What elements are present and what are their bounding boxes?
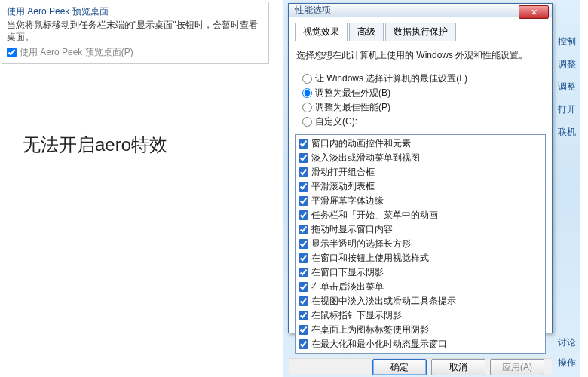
aero-peek-checkbox-row[interactable]: 使用 Aero Peek 预览桌面(P)	[7, 46, 264, 59]
option-label-6: 拖动时显示窗口内容	[311, 223, 393, 236]
radio-1[interactable]	[302, 88, 312, 98]
option-row-14[interactable]: 在最大化和最小化时动态显示窗口	[297, 337, 544, 351]
option-checkbox-8[interactable]	[299, 253, 308, 263]
apply-button[interactable]: 应用(A)	[490, 359, 544, 375]
options-list[interactable]: 窗口内的动画控件和元素淡入淡出或滑动菜单到视图滑动打开组合框平滑滚动列表框平滑屏…	[295, 134, 546, 354]
tab-0[interactable]: 视觉效果	[295, 23, 348, 41]
cancel-button[interactable]: 取消	[431, 359, 485, 375]
option-label-12: 在鼠标指针下显示阴影	[311, 309, 402, 322]
radio-group: 让 Windows 选择计算机的最佳设置(L)调整为最佳外观(B)调整为最佳性能…	[302, 71, 543, 130]
radio-label-0: 让 Windows 选择计算机的最佳设置(L)	[315, 72, 467, 85]
option-checkbox-7[interactable]	[299, 239, 308, 249]
close-button[interactable]: ✕	[519, 5, 549, 19]
aero-peek-checkbox-label: 使用 Aero Peek 预览桌面(P)	[20, 46, 133, 59]
option-checkbox-11[interactable]	[299, 296, 308, 306]
option-checkbox-9[interactable]	[299, 268, 308, 277]
option-row-3[interactable]: 平滑滚动列表框	[297, 179, 544, 194]
radio-row-2[interactable]: 调整为最佳性能(P)	[302, 101, 543, 114]
option-label-1: 淡入淡出或滑动菜单到视图	[311, 152, 420, 164]
option-label-4: 平滑屏幕字体边缘	[311, 195, 384, 207]
option-checkbox-6[interactable]	[299, 225, 308, 234]
dialog-title-text: 性能选项	[295, 4, 331, 17]
option-label-0: 窗口内的动画控件和元素	[311, 137, 411, 150]
dialog-button-row: 确定 取消 应用(A)	[289, 358, 552, 375]
option-checkbox-12[interactable]	[299, 311, 308, 320]
option-checkbox-3[interactable]	[299, 182, 308, 192]
option-checkbox-2[interactable]	[299, 167, 308, 177]
side-bottom-links: 讨论操作	[558, 333, 576, 372]
option-row-1[interactable]: 淡入淡出或滑动菜单到视图	[297, 151, 544, 165]
option-row-4[interactable]: 平滑屏幕字体边缘	[297, 194, 544, 208]
side-link-3[interactable]: 打开	[558, 98, 576, 121]
radio-row-0[interactable]: 让 Windows 选择计算机的最佳设置(L)	[302, 72, 543, 85]
option-checkbox-5[interactable]	[299, 210, 308, 220]
option-row-0[interactable]: 窗口内的动画控件和元素	[297, 136, 544, 151]
option-label-3: 平滑滚动列表框	[311, 180, 375, 193]
option-label-2: 滑动打开组合框	[311, 166, 375, 179]
radio-2[interactable]	[302, 103, 312, 112]
option-row-13[interactable]: 在桌面上为图标标签使用阴影	[297, 323, 544, 337]
radio-3[interactable]	[302, 117, 312, 127]
aero-peek-checkbox[interactable]	[7, 48, 17, 57]
instruction-text: 选择您想在此计算机上使用的 Windows 外观和性能设置。	[296, 49, 544, 62]
tab-bar: 视觉效果高级数据执行保护	[295, 22, 546, 41]
radio-row-1[interactable]: 调整为最佳外观(B)	[302, 87, 543, 100]
radio-label-2: 调整为最佳性能(P)	[315, 101, 390, 114]
option-row-2[interactable]: 滑动打开组合框	[297, 165, 544, 179]
tab-2[interactable]: 数据执行保护	[385, 23, 456, 41]
option-row-5[interactable]: 任务栏和「开始」菜单中的动画	[297, 208, 544, 222]
option-label-10: 在单击后淡出菜单	[311, 280, 384, 293]
option-row-7[interactable]: 显示半透明的选择长方形	[297, 237, 544, 251]
option-label-11: 在视图中淡入淡出或滑动工具条提示	[311, 295, 456, 308]
side-bottom-link-0[interactable]: 讨论	[558, 333, 576, 352]
ok-button[interactable]: 确定	[372, 359, 427, 375]
option-label-9: 在窗口下显示阴影	[311, 266, 384, 279]
radio-row-3[interactable]: 自定义(C):	[302, 115, 543, 128]
option-checkbox-0[interactable]	[299, 139, 308, 149]
option-label-7: 显示半透明的选择长方形	[311, 238, 411, 250]
side-bottom-link-1[interactable]: 操作	[558, 353, 576, 372]
radio-label-1: 调整为最佳外观(B)	[315, 87, 390, 100]
option-row-8[interactable]: 在窗口和按钮上使用视觉样式	[297, 251, 544, 265]
option-row-9[interactable]: 在窗口下显示阴影	[297, 265, 544, 280]
option-label-14: 在最大化和最小化时动态显示窗口	[311, 338, 447, 351]
option-checkbox-4[interactable]	[299, 196, 308, 206]
option-row-10[interactable]: 在单击后淡出菜单	[297, 280, 544, 294]
performance-options-dialog: 性能选项 ✕ 视觉效果高级数据执行保护 选择您想在此计算机上使用的 Window…	[288, 3, 553, 333]
side-links: 控制调整调整打开联机	[558, 30, 576, 143]
panel-desc: 当您将鼠标移动到任务栏末端的"显示桌面"按钮时，会暂时查看桌面。	[7, 20, 264, 43]
side-link-1[interactable]: 调整	[558, 53, 576, 75]
option-label-8: 在窗口和按钮上使用视觉样式	[311, 252, 429, 265]
option-checkbox-13[interactable]	[299, 325, 308, 335]
option-row-11[interactable]: 在视图中淡入淡出或滑动工具条提示	[297, 294, 544, 308]
aero-peek-panel: 使用 Aero Peek 预览桌面 当您将鼠标移动到任务栏末端的"显示桌面"按钮…	[2, 2, 269, 64]
dialog-body: 视觉效果高级数据执行保护 选择您想在此计算机上使用的 Windows 外观和性能…	[289, 17, 552, 358]
option-checkbox-1[interactable]	[299, 153, 308, 163]
radio-0[interactable]	[302, 74, 312, 84]
option-row-6[interactable]: 拖动时显示窗口内容	[297, 222, 544, 237]
side-link-0[interactable]: 控制	[558, 30, 576, 53]
dialog-titlebar: 性能选项 ✕	[289, 4, 552, 17]
option-row-12[interactable]: 在鼠标指针下显示阴影	[297, 308, 544, 323]
option-checkbox-10[interactable]	[299, 282, 308, 292]
option-label-13: 在桌面上为图标标签使用阴影	[311, 323, 429, 336]
caption-text: 无法开启aero特效	[23, 133, 167, 157]
option-checkbox-14[interactable]	[299, 339, 308, 349]
radio-label-3: 自定义(C):	[315, 115, 357, 128]
side-link-2[interactable]: 调整	[558, 75, 576, 98]
close-icon: ✕	[531, 8, 537, 17]
option-label-5: 任务栏和「开始」菜单中的动画	[311, 209, 438, 222]
panel-title: 使用 Aero Peek 预览桌面	[7, 5, 264, 18]
tab-1[interactable]: 高级	[349, 23, 384, 41]
side-link-4[interactable]: 联机	[558, 121, 576, 143]
